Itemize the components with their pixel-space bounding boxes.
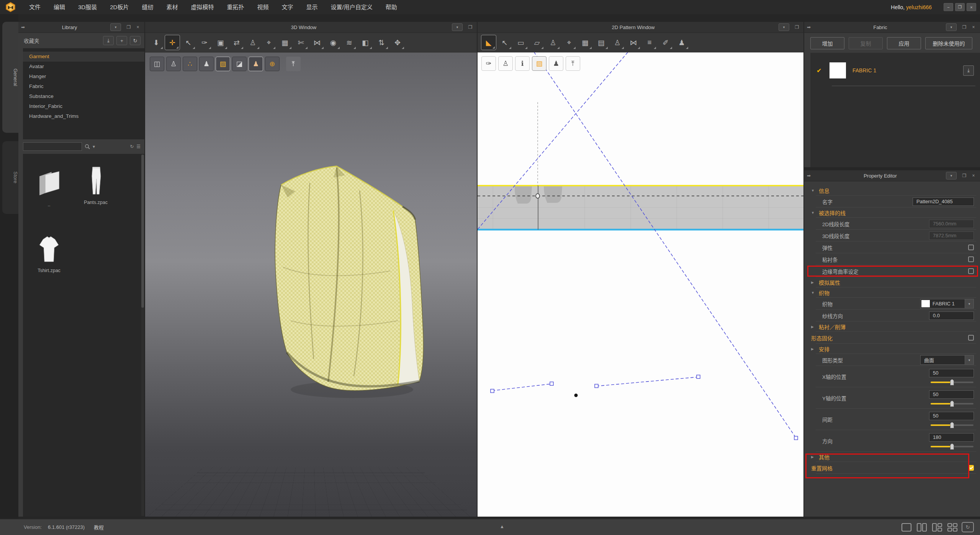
- menu-material[interactable]: 素材: [160, 0, 184, 14]
- polygon-icon[interactable]: ▱: [529, 35, 545, 50]
- menu-sewing[interactable]: 缝纫: [135, 0, 160, 14]
- property-editor-close-icon[interactable]: ×: [970, 173, 977, 179]
- library-item-avatar[interactable]: Avatar: [23, 62, 144, 72]
- show-cloth-icon[interactable]: ◪: [232, 57, 247, 71]
- property-editor-detach-icon[interactable]: ❐: [960, 173, 968, 179]
- solidify-checkbox[interactable]: [968, 335, 974, 341]
- garment-visibility-icon[interactable]: ♙: [498, 56, 513, 71]
- show-avatar-icon[interactable]: ♟: [199, 57, 214, 71]
- fabric-save-icon[interactable]: ⤓: [963, 65, 974, 76]
- transform-icon[interactable]: ◣: [481, 35, 496, 50]
- library-item-fabric[interactable]: Fabric: [23, 82, 144, 91]
- 3d-viewport[interactable]: ◫ ♙ ∴ ♟ ▨ ◪ ♟ ⊕ ⤒: [145, 52, 477, 517]
- info-visibility-icon[interactable]: ℹ: [515, 56, 530, 71]
- fabric-select-dropdown[interactable]: FABRIC 1 ▾: [920, 299, 974, 308]
- menu-avatar[interactable]: 虚拟模特: [184, 0, 220, 14]
- slider-handle[interactable]: [950, 379, 954, 385]
- direction-input[interactable]: [929, 433, 974, 442]
- y-position-slider[interactable]: [931, 403, 973, 405]
- search-options-dropdown-icon[interactable]: ▾: [93, 144, 95, 149]
- arrangement-avatar-icon[interactable]: ♙: [245, 35, 260, 50]
- select-move-icon[interactable]: ✛: [165, 35, 180, 50]
- library-close-icon[interactable]: ×: [134, 24, 142, 30]
- save-pattern-icon[interactable]: ⤒: [566, 56, 580, 71]
- fabric-visibility-icon[interactable]: ▨: [532, 56, 546, 71]
- simulate-icon[interactable]: ⬇: [149, 35, 164, 50]
- expand-panel-arrow-icon[interactable]: ▲: [500, 524, 504, 529]
- library-item-interior-fabric[interactable]: Interior_Fabric: [23, 101, 144, 111]
- iron-icon[interactable]: ▤: [594, 35, 609, 50]
- 2d-window-dropdown-button[interactable]: ▾: [779, 23, 789, 31]
- show-points-icon[interactable]: ∴: [183, 57, 197, 71]
- fabric-detach-icon[interactable]: ❐: [960, 24, 968, 30]
- library-scrollbar[interactable]: [141, 155, 144, 516]
- flip-icon[interactable]: ⇄: [229, 35, 244, 50]
- zipper-icon[interactable]: ≋: [342, 35, 357, 50]
- layout-mixed-pane-icon[interactable]: [931, 522, 943, 532]
- section-other[interactable]: ▶ 其他: [804, 452, 980, 462]
- measure-icon[interactable]: ⌖: [561, 35, 577, 50]
- fabric-copy-button[interactable]: 复制: [849, 37, 883, 49]
- library-pants-item[interactable]: Pants.zpac: [77, 165, 115, 205]
- library-item-garment[interactable]: Garment: [23, 52, 144, 62]
- menu-video[interactable]: 视频: [250, 0, 275, 14]
- library-item-hanger[interactable]: Hanger: [23, 72, 144, 82]
- layout-quad-pane-icon[interactable]: [946, 522, 959, 532]
- fabric-dropdown-button[interactable]: ▾: [946, 23, 957, 31]
- username-text[interactable]: yeluzhi666: [906, 4, 932, 10]
- tack-icon[interactable]: ⇅: [374, 35, 389, 50]
- section-arrangement[interactable]: ▶ 安排: [804, 344, 980, 354]
- grid-2d-icon[interactable]: ▦: [578, 35, 593, 50]
- library-folder-up-item[interactable]: ..: [30, 167, 68, 207]
- fold-arrangement-icon[interactable]: ▣: [213, 35, 228, 50]
- library-detach-icon[interactable]: ❐: [125, 24, 133, 30]
- fabric-check-icon[interactable]: ✔: [816, 67, 829, 74]
- slider-handle[interactable]: [950, 401, 954, 407]
- 3d-window-dropdown-button[interactable]: ▾: [452, 23, 463, 31]
- menu-file[interactable]: 文件: [23, 0, 47, 14]
- dock-arrow-icon[interactable]: ➡: [807, 24, 815, 30]
- edge-curvature-checkbox[interactable]: [968, 268, 974, 274]
- dropdown-arrow-icon[interactable]: ▾: [965, 356, 973, 364]
- library-item-hardware-trims[interactable]: Hardware_and_Trims: [23, 111, 144, 121]
- library-reload-icon[interactable]: ↻: [130, 144, 134, 149]
- rectangle-icon[interactable]: ▭: [513, 35, 528, 50]
- menu-retopology[interactable]: 重拓扑: [220, 0, 250, 14]
- layout-reset-icon[interactable]: ↻: [962, 522, 974, 532]
- library-dropdown-button[interactable]: ▾: [110, 23, 121, 31]
- sewing-icon[interactable]: ⋈: [309, 35, 325, 50]
- library-add-button[interactable]: +: [116, 36, 127, 45]
- button-tool-icon[interactable]: ◉: [326, 35, 341, 50]
- stitch-pen-icon[interactable]: ✐: [658, 35, 673, 50]
- show-gizmo-icon[interactable]: ◫: [150, 57, 164, 71]
- tutorial-link[interactable]: 教程: [94, 524, 104, 531]
- x-position-input[interactable]: [929, 369, 974, 377]
- dropdown-arrow-icon[interactable]: ▾: [965, 299, 973, 308]
- fold-icon[interactable]: ◧: [358, 35, 373, 50]
- library-tshirt-item[interactable]: Tshirt.zpac: [30, 233, 68, 273]
- list-view-icon[interactable]: ☰: [136, 144, 141, 149]
- section-simulation-properties[interactable]: ▶ 模拟属性: [804, 277, 980, 287]
- section-selected-line[interactable]: ▼ 被选择的线: [804, 207, 980, 218]
- library-import-button[interactable]: ⤓: [103, 36, 114, 45]
- menu-2d-pattern[interactable]: 2D板片: [103, 0, 135, 14]
- grid-icon[interactable]: ▦: [277, 35, 293, 50]
- pin-visibility-icon[interactable]: ✑: [481, 56, 496, 71]
- elastic-checkbox[interactable]: [968, 245, 974, 250]
- fabric-close-icon[interactable]: ×: [970, 24, 977, 30]
- pin-icon[interactable]: ✑: [197, 35, 212, 50]
- snapshot-icon[interactable]: ⤒: [286, 57, 301, 71]
- fabric-add-button[interactable]: 增加: [810, 37, 844, 49]
- spacing-input[interactable]: [929, 412, 974, 420]
- menu-text[interactable]: 文字: [275, 0, 299, 14]
- library-item-substance[interactable]: Substance: [23, 91, 144, 101]
- section-fabric[interactable]: ▼ 织物: [804, 287, 980, 298]
- close-button[interactable]: ×: [967, 3, 976, 11]
- tab-general[interactable]: General: [2, 22, 18, 133]
- search-input[interactable]: [23, 142, 82, 151]
- 2d-pattern-canvas[interactable]: ✑ ♙ ℹ ▨ ♟ ⤒: [478, 52, 803, 517]
- 3d-window-detach-icon[interactable]: ❐: [466, 24, 474, 30]
- section-fusing[interactable]: ▶ 粘衬／削薄: [804, 321, 980, 332]
- menu-display[interactable]: 显示: [300, 0, 324, 14]
- menu-3d-garment[interactable]: 3D服装: [72, 0, 103, 14]
